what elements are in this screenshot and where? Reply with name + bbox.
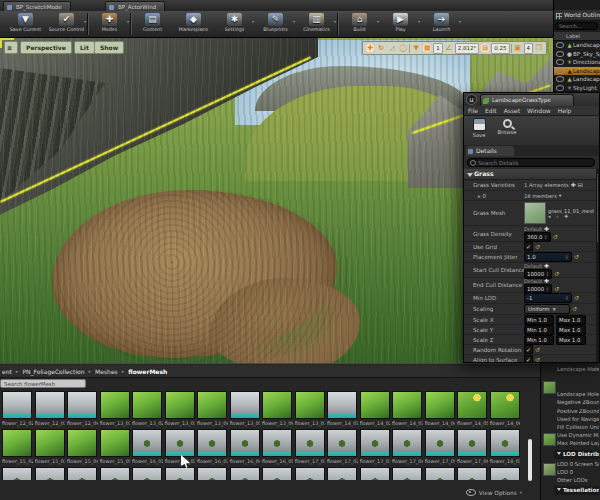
asset-tile-flower_17_04[interactable]: flower_17_04 xyxy=(392,429,423,465)
asset-tile-partial[interactable] xyxy=(490,467,521,480)
asset-tile-flower_16_02[interactable]: flower_16_02 xyxy=(165,429,196,465)
lod-distribution-header[interactable]: LOD Distribution xyxy=(554,450,599,459)
add-element-icon[interactable]: ✚ xyxy=(571,182,576,188)
toolbar-button-cinematics[interactable]: ▥Cinematics▾ xyxy=(296,11,337,38)
rotation-snap-value[interactable]: 2.812° xyxy=(455,43,480,54)
asset-tile-flower_15_03[interactable]: flower_15_03 xyxy=(35,429,66,465)
asset-tile-flower_13_05[interactable]: flower_13_05 xyxy=(230,391,261,427)
asset-tile-flower_13_02[interactable]: flower_13_02 xyxy=(132,391,163,427)
toolbar-button-build[interactable]: ⌂Build▾ xyxy=(339,11,380,38)
asset-tile-partial[interactable] xyxy=(327,467,358,480)
category-grass[interactable]: Grass xyxy=(464,169,598,180)
surface-snap-icon[interactable]: ▼ xyxy=(411,43,421,53)
landscape-property-row[interactable]: Max Painted Layers P xyxy=(557,439,599,447)
asset-tile-partial[interactable] xyxy=(230,467,261,480)
toolbar-button-settings[interactable]: ✱Settings▾ xyxy=(214,11,255,38)
reset-icon[interactable]: ↺ xyxy=(535,244,540,250)
reset-icon[interactable]: ↺ xyxy=(572,306,577,312)
asset-tile-flower_12_03[interactable]: flower_12_03 xyxy=(35,391,66,427)
scale-z-min-input[interactable]: Min 1.0 xyxy=(524,335,554,345)
chevron-down-icon[interactable]: ▾ xyxy=(127,19,129,24)
reset-icon[interactable]: ↺ xyxy=(574,295,579,301)
lod-property-row[interactable]: Other LODs xyxy=(557,476,599,484)
outliner-item-directiona[interactable]: ☀Directiona xyxy=(554,58,600,67)
asset-tile-flower_17_05[interactable]: flower_17_05 xyxy=(425,429,456,465)
landscape-property-row[interactable]: Used for Navigation xyxy=(557,415,599,423)
breadcrumb-item[interactable]: Meshes xyxy=(95,368,118,375)
grid-snap-icon[interactable]: ▦ xyxy=(422,43,432,53)
scale-x-max-input[interactable]: Max 1.0 xyxy=(556,315,586,325)
reset-icon[interactable]: ↺ xyxy=(554,286,559,292)
asset-tile-partial[interactable] xyxy=(392,467,423,480)
asset-tile-flower_17_02[interactable]: flower_17_02 xyxy=(327,429,358,465)
lod-property-row[interactable]: LOD 0 xyxy=(557,468,599,476)
camera-speed-icon[interactable]: ▣ xyxy=(513,43,523,53)
landscape-property-row[interactable]: Use Dynamic Material xyxy=(557,431,599,439)
landscape-material-row[interactable]: Landscape Material xyxy=(557,365,599,373)
menu-window[interactable]: Window xyxy=(527,106,551,115)
asset-tile-flower_13_07[interactable]: flower_13_07 xyxy=(295,391,326,427)
visibility-eye-icon[interactable] xyxy=(556,85,564,91)
reset-icon[interactable]: ↺ xyxy=(574,254,579,260)
breadcrumb-item[interactable]: ent xyxy=(2,368,12,375)
asset-tile-partial[interactable] xyxy=(360,467,391,480)
content-browser-scrollbar[interactable] xyxy=(528,439,532,481)
asset-tile-flower_16_03[interactable]: flower_16_03 xyxy=(197,429,228,465)
grass-density-input[interactable]: 360.0⇕ xyxy=(524,232,551,242)
default-override[interactable]: Default ✚ xyxy=(524,277,598,284)
lit-button[interactable]: Lit xyxy=(74,41,95,54)
array-element-row[interactable]: ▸ 0 18 members ▾ xyxy=(464,191,598,201)
asset-tile-flower_17_01[interactable]: flower_17_01 xyxy=(295,429,326,465)
use-grid-checkbox[interactable]: ✓ xyxy=(524,242,533,251)
show-button[interactable]: Show xyxy=(94,41,124,54)
min-lod-input[interactable]: -1⇕ xyxy=(524,293,572,303)
view-options-button[interactable]: View Options ▾ xyxy=(466,489,522,496)
material-thumbnail[interactable] xyxy=(543,381,556,394)
material-thumbnail[interactable] xyxy=(543,433,556,446)
random-rotation-checkbox[interactable]: ✓ xyxy=(524,345,533,354)
asset-tile-flower_13_06[interactable]: flower_13_06 xyxy=(262,391,293,427)
asset-tile-flower_17_06[interactable]: flower_17_06 xyxy=(457,429,488,465)
details-tab[interactable]: Details xyxy=(466,146,514,156)
reset-icon[interactable]: ↺ xyxy=(535,347,540,353)
breadcrumb-item[interactable]: PN_FoliageCollection xyxy=(22,368,84,375)
toolbar-button-launch[interactable]: ➔Launch▾ xyxy=(421,11,462,38)
menu-edit[interactable]: Edit xyxy=(485,106,497,115)
perspective-button[interactable]: Perspective xyxy=(20,41,72,54)
reset-icon[interactable]: ↺ xyxy=(535,357,540,363)
visibility-eye-icon[interactable] xyxy=(556,76,564,82)
breadcrumb-item[interactable]: flowerMesh xyxy=(128,368,167,375)
asset-tile-flower_16_01[interactable]: flower_16_01 xyxy=(132,429,163,465)
placement-jitter-slider[interactable]: 1.0⇕ xyxy=(524,252,572,262)
tessellation-header[interactable]: Tessellation xyxy=(554,486,599,495)
grid-snap-value[interactable]: 1 xyxy=(433,43,443,54)
visibility-eye-icon[interactable] xyxy=(556,68,564,74)
asset-tile-flower_14_02[interactable]: flower_14_02 xyxy=(360,391,391,427)
browse-button[interactable]: Browse xyxy=(494,118,520,135)
outliner-item-skylight[interactable]: ☼SkyLight xyxy=(554,84,600,93)
asset-tile-flower_13_01[interactable]: flower_13_01 xyxy=(100,391,131,427)
landscape-property-row[interactable]: Fill Collision Under La xyxy=(557,423,599,431)
asset-tile-flower_14_03[interactable]: flower_14_03 xyxy=(392,391,423,427)
scale-y-max-input[interactable]: Max 1.0 xyxy=(556,325,586,335)
asset-tile-partial[interactable] xyxy=(2,467,33,480)
default-override[interactable]: Default ✚ xyxy=(524,262,598,269)
move-tool-icon[interactable]: ✚ xyxy=(365,43,375,53)
scale-z-max-input[interactable]: Max 1.0 xyxy=(556,335,586,345)
camera-speed-value[interactable]: 4 xyxy=(524,43,534,54)
content-search-input[interactable] xyxy=(0,379,86,388)
chevron-down-icon[interactable]: ▾ xyxy=(418,19,420,24)
asset-picker-buttons[interactable]: ◂ ⌕ ✚ xyxy=(548,214,594,219)
asset-tile-flower_15_04[interactable]: flower_15_04 xyxy=(67,429,98,465)
asset-tile-flower_18_01[interactable]: flower_18_01 xyxy=(490,429,521,465)
scale-snap-value[interactable]: 0.25 xyxy=(491,43,509,54)
asset-tile-flower_16_05[interactable]: flower_16_05 xyxy=(262,429,293,465)
asset-tile-partial[interactable] xyxy=(100,467,131,480)
default-override[interactable]: Default ✚ xyxy=(524,225,598,232)
asset-tile-partial[interactable] xyxy=(165,467,196,480)
outliner-item-bp_sky_sp[interactable]: ●BP_Sky_Sp xyxy=(554,50,600,59)
asset-tile-flower_14_04[interactable]: flower_14_04 xyxy=(425,391,456,427)
details-search-input[interactable] xyxy=(467,158,595,167)
reset-icon[interactable]: ↺ xyxy=(553,234,558,240)
asset-tile-flower_14_05[interactable]: flower_14_05 xyxy=(457,391,488,427)
